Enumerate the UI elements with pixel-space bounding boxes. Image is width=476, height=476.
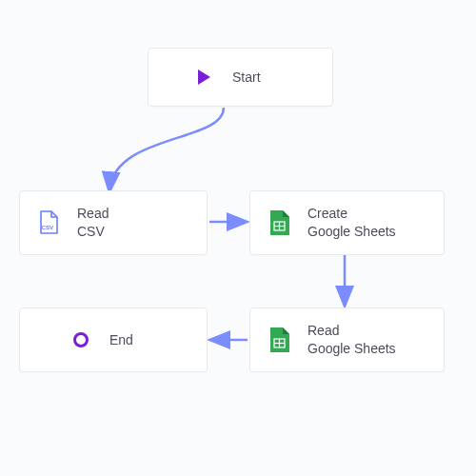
node-read-csv[interactable]: CSV Read CSV (19, 190, 208, 255)
node-create-sheets[interactable]: Create Google Sheets (249, 190, 445, 255)
node-start[interactable]: Start (148, 48, 333, 107)
csv-file-icon: CSV (37, 211, 60, 234)
node-create-sheets-label: Create Google Sheets (307, 205, 396, 241)
svg-text:CSV: CSV (42, 224, 55, 230)
node-read-sheets-label: Read Google Sheets (307, 322, 396, 358)
node-end-label: End (109, 331, 133, 349)
node-end[interactable]: End (19, 307, 208, 372)
play-icon (192, 66, 215, 89)
svg-point-11 (75, 334, 88, 347)
node-read-csv-label: Read CSV (77, 205, 109, 241)
google-sheets-icon (268, 211, 290, 234)
node-start-label: Start (232, 69, 261, 87)
node-read-sheets[interactable]: Read Google Sheets (249, 307, 445, 372)
google-sheets-icon (268, 328, 290, 351)
end-circle-icon (69, 328, 92, 351)
